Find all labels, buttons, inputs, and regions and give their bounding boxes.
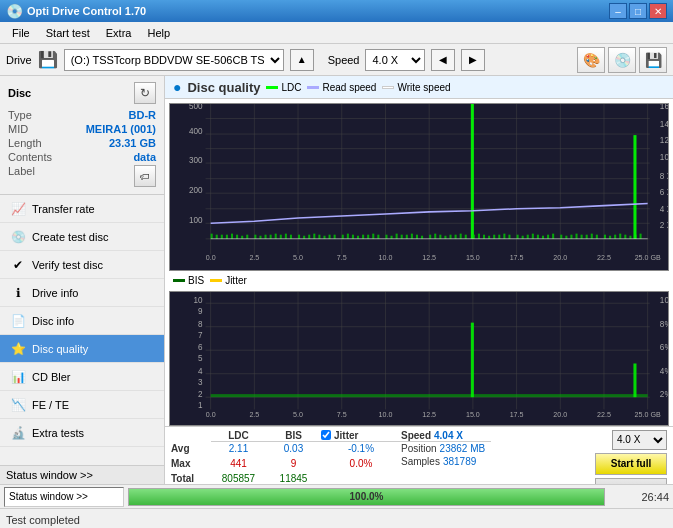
menu-help[interactable]: Help <box>139 25 178 41</box>
menu-extra[interactable]: Extra <box>98 25 140 41</box>
label-edit-button[interactable]: 🏷 <box>134 165 156 187</box>
sidebar-item-disc-info[interactable]: 📄 Disc info <box>0 307 164 335</box>
svg-rect-59 <box>347 234 349 239</box>
jitter-col-header: Jitter <box>334 430 358 441</box>
speed-next-button[interactable]: ▶ <box>461 49 485 71</box>
svg-text:8: 8 <box>198 320 203 329</box>
speed-select[interactable]: 4.0 X <box>365 49 425 71</box>
svg-rect-115 <box>633 135 636 239</box>
max-label: Max <box>171 457 211 471</box>
sidebar-item-extra-tests[interactable]: 🔬 Extra tests <box>0 419 164 447</box>
cd-bler-icon: 📊 <box>10 369 26 385</box>
speed-prev-button[interactable]: ◀ <box>431 49 455 71</box>
svg-rect-44 <box>265 235 267 239</box>
type-value: BD-R <box>129 109 157 121</box>
svg-rect-35 <box>216 235 218 239</box>
chart-title: Disc quality <box>187 80 260 95</box>
disc-action-button[interactable]: 💿 <box>608 47 636 73</box>
svg-rect-65 <box>377 235 379 239</box>
status-window-button[interactable]: Status window >> <box>0 465 164 484</box>
svg-rect-94 <box>532 234 534 239</box>
speed-select-stats[interactable]: 4.0 X <box>612 430 667 450</box>
sidebar-item-cd-bler[interactable]: 📊 CD Bler <box>0 363 164 391</box>
minimize-button[interactable]: – <box>609 3 627 19</box>
svg-rect-74 <box>429 235 431 239</box>
cd-bler-label: CD Bler <box>32 371 71 383</box>
disc-refresh-button[interactable]: ↻ <box>134 82 156 104</box>
sidebar-item-disc-quality[interactable]: ⭐ Disc quality <box>0 335 164 363</box>
svg-rect-103 <box>581 235 583 239</box>
svg-rect-107 <box>604 235 606 239</box>
speed-label: Speed <box>328 54 360 66</box>
status-text-panel: Status window >> <box>4 487 124 507</box>
sidebar-item-create-test-disc[interactable]: 💿 Create test disc <box>0 223 164 251</box>
start-full-button[interactable]: Start full <box>595 453 667 475</box>
sidebar-item-verify-test-disc[interactable]: ✔ Verify test disc <box>0 251 164 279</box>
disc-info-icon: 📄 <box>10 313 26 329</box>
ldc-chart: 500 400 300 200 100 16 X 14 X 12 X 10 X … <box>169 103 669 271</box>
svg-rect-91 <box>517 235 519 239</box>
ldc-col-header: LDC <box>211 430 266 442</box>
close-button[interactable]: ✕ <box>649 3 667 19</box>
jitter-avg-value: -0.1% <box>321 443 401 457</box>
drive-info-icon: ℹ <box>10 285 26 301</box>
mid-label: MID <box>8 123 28 135</box>
legend-read-speed: Read speed <box>307 82 376 93</box>
transfer-rate-label: Transfer rate <box>32 203 95 215</box>
bis-legend: BIS Jitter <box>169 273 669 289</box>
svg-text:16 X: 16 X <box>660 104 668 111</box>
svg-rect-71 <box>411 234 413 239</box>
sidebar-item-drive-info[interactable]: ℹ Drive info <box>0 279 164 307</box>
svg-rect-56 <box>329 235 331 239</box>
svg-rect-53 <box>313 234 315 239</box>
svg-rect-95 <box>537 235 539 239</box>
sidebar-item-transfer-rate[interactable]: 📈 Transfer rate <box>0 195 164 223</box>
svg-text:8%: 8% <box>660 320 668 329</box>
svg-rect-47 <box>280 235 282 239</box>
bis-col-header: BIS <box>266 430 321 442</box>
svg-rect-39 <box>236 235 238 239</box>
extra-tests-label: Extra tests <box>32 427 84 439</box>
drive-select[interactable]: (O:) TSSTcorp BDDVDW SE-506CB TS02 <box>64 49 284 71</box>
svg-text:2: 2 <box>198 390 203 399</box>
svg-rect-46 <box>275 234 277 239</box>
svg-rect-109 <box>614 235 616 239</box>
create-test-disc-icon: 💿 <box>10 229 26 245</box>
sidebar-item-fe-te[interactable]: 📉 FE / TE <box>0 391 164 419</box>
svg-rect-88 <box>498 235 500 239</box>
start-part-button[interactable]: Start part <box>595 478 667 484</box>
svg-rect-68 <box>396 234 398 239</box>
avg-label: Avg <box>171 442 211 456</box>
jitter-checkbox[interactable] <box>321 430 331 440</box>
speed-col-label: Speed <box>401 430 431 441</box>
svg-rect-97 <box>547 235 549 239</box>
svg-rect-84 <box>478 234 480 239</box>
drive-eject-button[interactable]: ▲ <box>290 49 314 71</box>
disc-section: Disc ↻ Type BD-R MID MEIRA1 (001) Length… <box>0 76 164 195</box>
write-speed-color <box>382 86 394 89</box>
disc-color-button[interactable]: 🎨 <box>577 47 605 73</box>
svg-text:400: 400 <box>189 127 203 136</box>
svg-text:1: 1 <box>198 401 203 410</box>
svg-text:12.5: 12.5 <box>422 411 436 419</box>
svg-text:25.0 GB: 25.0 GB <box>635 411 661 419</box>
svg-text:6 X: 6 X <box>660 188 668 197</box>
sidebar-nav: 📈 Transfer rate 💿 Create test disc ✔ Ver… <box>0 195 164 465</box>
svg-text:17.5: 17.5 <box>510 254 524 262</box>
length-label: Length <box>8 137 42 149</box>
maximize-button[interactable]: □ <box>629 3 647 19</box>
ldc-color <box>266 86 278 89</box>
svg-rect-111 <box>624 235 626 239</box>
svg-text:3: 3 <box>198 378 203 387</box>
time-display: 26:44 <box>609 491 669 503</box>
svg-text:2%: 2% <box>660 390 668 399</box>
svg-rect-48 <box>285 234 287 239</box>
menu-starttest[interactable]: Start test <box>38 25 98 41</box>
svg-rect-98 <box>552 234 554 239</box>
jitter-color <box>210 279 222 282</box>
menu-file[interactable]: File <box>4 25 38 41</box>
svg-text:500: 500 <box>189 104 203 111</box>
svg-text:17.5: 17.5 <box>510 411 524 419</box>
save-button[interactable]: 💾 <box>639 47 667 73</box>
svg-rect-78 <box>449 235 451 239</box>
